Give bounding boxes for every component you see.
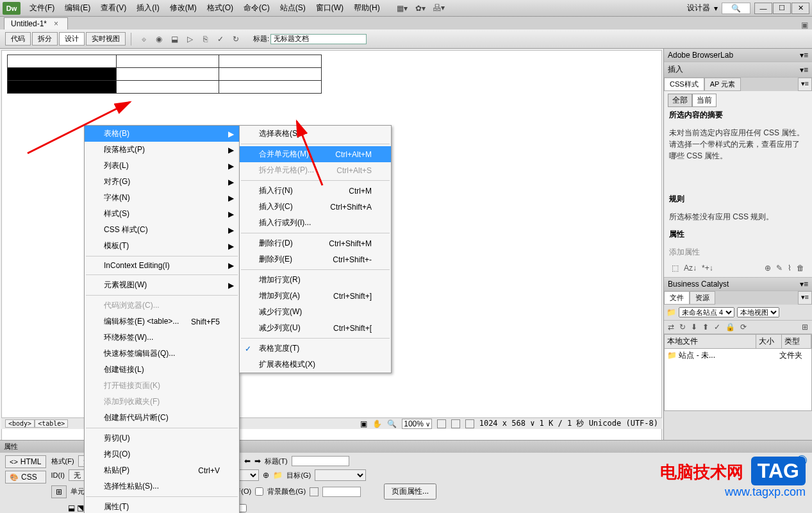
sub-expanded-mode[interactable]: 扩展表格模式(X) (240, 357, 391, 373)
design-view-button[interactable]: 设计 (59, 32, 85, 46)
ctx-align[interactable]: 对齐(G)▶ (85, 174, 239, 190)
files-put-icon[interactable]: ⬆ (702, 323, 709, 332)
sub-insert-row[interactable]: 插入行(N)Ctrl+M (240, 183, 391, 199)
col-size[interactable]: 大小 (756, 335, 782, 348)
status-icon-3[interactable] (465, 419, 474, 428)
restore-panel-icon[interactable]: ▣ (801, 21, 808, 29)
ctx-new-snippet[interactable]: 创建新代码片断(C) (85, 410, 239, 426)
ctx-properties[interactable]: 属性(T) (85, 499, 239, 513)
bg-color-swatch[interactable] (310, 487, 319, 496)
ctx-incontext[interactable]: InContext Editing(I)▶ (85, 258, 239, 273)
layout-icon[interactable]: ▦▾ (397, 4, 408, 13)
indent-button[interactable]: ➡ (254, 457, 261, 466)
outdent-button[interactable]: ⬅ (244, 457, 251, 466)
ctx-paste[interactable]: 粘贴(P)Ctrl+V (85, 462, 239, 478)
menu-help[interactable]: 帮助(H) (350, 1, 384, 15)
document-tab[interactable]: Untitled-1* × (4, 17, 68, 29)
ctx-create-link[interactable]: 创建链接(L) (85, 362, 239, 378)
code-view-button[interactable]: 代码 (5, 32, 31, 46)
ctx-table[interactable]: 表格(B)▶ (85, 126, 239, 142)
table-cell[interactable] (219, 55, 322, 68)
close-button[interactable]: ✕ (791, 3, 809, 14)
ctx-font[interactable]: 字体(N)▶ (85, 190, 239, 206)
tab-ap-elements[interactable]: AP 元素 (704, 78, 742, 91)
tab-css-styles[interactable]: CSS样式 (664, 78, 704, 91)
page-properties-button[interactable]: 页面属性... (384, 484, 436, 500)
site-icon[interactable]: 品▾ (433, 3, 445, 13)
maximize-button[interactable]: ☐ (773, 3, 791, 14)
sub-select-table[interactable]: 选择表格(S) (240, 126, 391, 142)
sub-inc-rowspan[interactable]: 增加行宽(R) (240, 272, 391, 288)
select-tool-icon[interactable]: ▣ (360, 419, 367, 428)
point-to-file-icon[interactable]: ⊕ (263, 471, 269, 480)
panel-insert-header[interactable]: 插入▾≡ (664, 62, 812, 77)
ctx-copy[interactable]: 拷贝(O) (85, 446, 239, 462)
menu-commands[interactable]: 命令(C) (240, 1, 274, 15)
table-cell[interactable] (117, 68, 219, 81)
live-view-button[interactable]: 实时视图 (86, 32, 126, 46)
files-checkin-icon[interactable]: 🔒 (725, 323, 735, 332)
ctx-paragraph[interactable]: 段落格式(P)▶ (85, 142, 239, 158)
sub-insert-col[interactable]: 插入列(C)Ctrl+Shift+A (240, 199, 391, 215)
nowrap-checkbox[interactable] (255, 487, 263, 496)
files-connect-icon[interactable]: ⇄ (668, 323, 674, 332)
files-tree[interactable]: 本地文件 大小 类型 📁 站点 - 未... 文件夹 (664, 334, 812, 411)
extend-icon[interactable]: ✿▾ (415, 4, 426, 13)
css-icon-3[interactable]: *+↓ (702, 264, 713, 273)
table-cell[interactable] (8, 55, 117, 68)
close-tab-icon[interactable]: × (54, 19, 58, 28)
zoom-select[interactable]: 100% ∨ (402, 419, 431, 429)
workspace-switcher[interactable]: 设计器 (687, 3, 710, 13)
files-expand-icon[interactable]: ⊞ (802, 323, 808, 332)
sub-dec-rowspan[interactable]: 减少行宽(W) (240, 304, 391, 320)
css-icon-1[interactable]: ⬚ (672, 264, 679, 273)
files-menu-icon[interactable]: ▾≡ (798, 291, 812, 305)
ctx-style[interactable]: 样式(S)▶ (85, 206, 239, 222)
toolbar-icon-4[interactable]: ▷ (184, 33, 195, 45)
site-select[interactable]: 未命名站点 4 (679, 307, 734, 317)
target-select[interactable] (315, 469, 366, 481)
menu-file[interactable]: 文件(F) (26, 1, 58, 15)
toolbar-icon-1[interactable]: ⟐ (138, 33, 149, 45)
table-cell[interactable] (219, 68, 322, 81)
table-cell-selected[interactable] (8, 81, 117, 94)
table-cell-selected[interactable] (8, 68, 117, 81)
toolbar-icon-5[interactable]: ⎘ (199, 33, 211, 45)
menu-format[interactable]: 格式(O) (203, 1, 237, 15)
toolbar-icon-2[interactable]: ◉ (153, 33, 165, 45)
refresh-icon[interactable]: ↻ (230, 33, 242, 45)
ctx-element-view[interactable]: 元素视图(W)▶ (85, 277, 239, 293)
sub-insert-rowscols[interactable]: 插入行或列(I)... (240, 215, 391, 231)
title-attr-input[interactable] (292, 456, 349, 466)
ctx-quick-tag[interactable]: 快速标签编辑器(Q)... (85, 346, 239, 362)
status-icon-1[interactable] (437, 419, 446, 428)
menu-view[interactable]: 查看(V) (97, 1, 130, 15)
tab-files[interactable]: 文件 (664, 291, 690, 305)
css-link-icon[interactable]: ⊕ (765, 264, 771, 273)
ctx-wrap-tag[interactable]: 环绕标签(W)... (85, 330, 239, 346)
css-current-button[interactable]: 当前 (692, 94, 717, 107)
ctx-list[interactable]: 列表(L)▶ (85, 158, 239, 174)
files-sync-icon[interactable]: ⟳ (740, 323, 747, 332)
table-cell[interactable] (117, 55, 219, 68)
sub-table-width[interactable]: ✓表格宽度(T) (240, 341, 391, 357)
css-icon-2[interactable]: Az↓ (684, 264, 697, 273)
panel-browserlab-header[interactable]: Adobe BrowserLab▾≡ (664, 49, 812, 62)
design-table[interactable] (7, 55, 322, 94)
sub-merge-cells[interactable]: 合并单元格(M)Ctrl+Alt+M (240, 146, 391, 162)
ctx-css-style[interactable]: CSS 样式(C)▶ (85, 222, 239, 238)
files-get-icon[interactable]: ⬇ (691, 323, 697, 332)
tab-assets[interactable]: 资源 (690, 291, 715, 305)
split-view-button[interactable]: 拆分 (32, 32, 58, 46)
search-icon[interactable]: 🔍 (722, 3, 750, 14)
menu-modify[interactable]: 修改(M) (166, 1, 201, 15)
zoom-tool-icon[interactable]: 🔍 (387, 419, 397, 428)
col-localfile[interactable]: 本地文件 (665, 335, 756, 348)
ctx-edit-tag[interactable]: 编辑标签(E) <table>...Shift+F5 (85, 314, 239, 330)
minimize-button[interactable]: — (754, 3, 772, 14)
toolbar-icon-3[interactable]: ⬓ (169, 33, 180, 45)
merge-split-icons[interactable]: ⬓ ⬔ (68, 503, 84, 512)
panel-bc-header[interactable]: Business Catalyst▾≡ (664, 278, 812, 290)
file-row-site[interactable]: 📁 站点 - 未... 文件夹 (665, 349, 811, 362)
files-checkout-icon[interactable]: ✓ (714, 323, 720, 332)
